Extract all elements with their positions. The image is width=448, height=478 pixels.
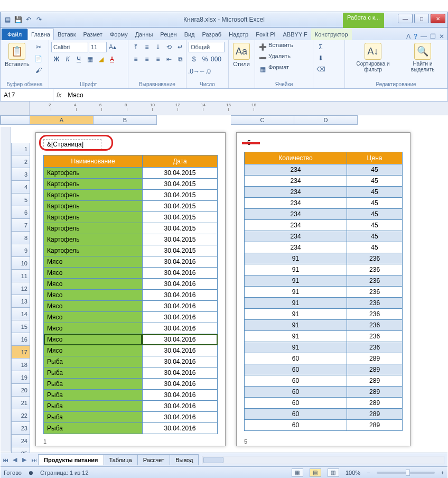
align-middle-icon[interactable]: ≡ [142, 42, 152, 52]
tab-главна[interactable]: Главна [27, 29, 54, 40]
name-box[interactable]: A17 [1, 89, 53, 101]
table-row[interactable]: Картофель30.04.2015 [44, 179, 218, 190]
table-row[interactable]: Мясо30.04.2016 [44, 334, 218, 345]
table-row[interactable]: 91236 [245, 253, 403, 264]
table-row[interactable]: Рыба30.04.2016 [44, 390, 218, 401]
table-row[interactable]: Рыба30.04.2016 [44, 401, 218, 412]
align-left-icon[interactable]: ≡ [130, 54, 141, 65]
autosum-icon[interactable]: Σ [315, 42, 326, 52]
table-row[interactable]: 23445 [245, 198, 403, 209]
tab-abbyy f[interactable]: ABBYY F [279, 29, 311, 40]
table-row[interactable]: 91236 [245, 309, 403, 320]
row-header-22[interactable]: 22 [11, 409, 30, 422]
table-row[interactable]: 60289 [245, 364, 403, 375]
sort-filter-button[interactable]: A↓ Сортировка и фильтр [347, 42, 399, 73]
table-row[interactable]: 60289 [245, 375, 403, 387]
increase-decimal-icon[interactable]: .0→ [189, 66, 199, 77]
table-row[interactable]: 91236 [245, 287, 403, 298]
table-row[interactable]: 91236 [245, 320, 403, 331]
cut-icon[interactable]: ✂ [33, 42, 44, 52]
decrease-indent-icon[interactable]: ⇤ [164, 54, 174, 65]
table-row[interactable]: 60289 [245, 420, 403, 431]
fill-icon[interactable]: ⬇ [315, 53, 326, 63]
sheet-nav-prev-icon[interactable]: ◀ [10, 456, 20, 463]
sheet-tab-3[interactable]: Вывод [170, 454, 199, 465]
align-center-icon[interactable]: ≡ [142, 54, 152, 65]
styles-button[interactable]: Aa Стили [231, 42, 252, 68]
row-header-20[interactable]: 20 [11, 384, 30, 397]
row-header-10[interactable]: 10 [11, 257, 30, 270]
minimize-button[interactable]: — [398, 14, 413, 23]
table-row[interactable]: Рыба30.04.2016 [44, 356, 218, 367]
redo-icon[interactable]: ↷ [34, 15, 44, 24]
wrap-text-icon[interactable]: ↵ [175, 42, 185, 52]
table-row[interactable]: Мясо30.04.2016 [44, 290, 218, 301]
bold-icon[interactable]: Ж [51, 54, 62, 65]
help-icon[interactable]: ? [414, 33, 417, 40]
italic-icon[interactable]: К [62, 54, 73, 65]
table-row[interactable]: 23445 [245, 187, 403, 198]
select-all-corner[interactable] [0, 102, 30, 115]
table-row[interactable]: 91236 [245, 331, 403, 342]
table-row[interactable]: Картофель30.04.2015 [44, 223, 218, 234]
row-header-19[interactable]: 19 [11, 371, 30, 384]
font-color-icon[interactable]: A [107, 54, 117, 65]
align-top-icon[interactable]: ⤒ [130, 42, 141, 52]
insert-cells-button[interactable]: ➕Вставить [257, 42, 293, 52]
increase-font-icon[interactable]: A▴ [107, 42, 118, 52]
row-header-23[interactable]: 23 [11, 422, 30, 435]
font-size-combo[interactable]: 11 [89, 42, 107, 52]
save-icon[interactable]: 💾 [13, 15, 23, 24]
clear-icon[interactable]: ⌫ [315, 64, 326, 75]
tab-разраб[interactable]: Разраб [199, 29, 226, 40]
merge-icon[interactable]: ⧉ [175, 54, 185, 65]
column-header-A[interactable]: A [30, 115, 94, 125]
table-row[interactable]: 91236 [245, 298, 403, 309]
sheet-tab-0[interactable]: Продукты питания [38, 454, 104, 465]
sheet-nav-next-icon[interactable]: ▶ [20, 456, 29, 463]
column-header-D[interactable]: D [294, 115, 358, 125]
find-select-button[interactable]: 🔍 Найти и выделить [400, 42, 445, 73]
fx-button[interactable]: fx [53, 91, 64, 99]
tab-file[interactable]: Файл [2, 29, 27, 40]
table-row[interactable]: Мясо30.04.2016 [44, 312, 218, 323]
table-row[interactable]: Мясо30.04.2016 [44, 279, 218, 290]
tab-вставк[interactable]: Вставк [54, 29, 80, 40]
column-header-B[interactable]: B [94, 115, 157, 125]
window-restore-icon[interactable]: ❐ [430, 33, 436, 40]
undo-icon[interactable]: ↶ [24, 15, 33, 24]
row-header-16[interactable]: 16 [11, 333, 30, 346]
table-row[interactable]: 23445 [245, 164, 403, 176]
row-header-7[interactable]: 7 [11, 219, 30, 232]
row-header-8[interactable]: 8 [11, 232, 30, 244]
table-row[interactable]: Картофель30.04.2015 [44, 168, 218, 179]
header-field-page-code[interactable]: &[Страница] [43, 139, 101, 150]
row-header-6[interactable]: 6 [11, 206, 30, 219]
tab-размет[interactable]: Размет [80, 29, 106, 40]
table-row[interactable]: Картофель30.04.2015 [44, 201, 218, 212]
number-format-combo[interactable]: Общий [189, 42, 225, 52]
table-row[interactable]: 91236 [245, 342, 403, 353]
data-table-left[interactable]: НаименованиеДатаКартофель30.04.2015Карто… [43, 155, 218, 434]
row-header-15[interactable]: 15 [11, 320, 30, 333]
table-row[interactable]: 23445 [245, 176, 403, 187]
row-header-2[interactable]: 2 [11, 155, 30, 168]
tab-надстр[interactable]: Надстр [225, 29, 252, 40]
table-row[interactable]: 23445 [245, 242, 403, 253]
maximize-button[interactable]: □ [414, 14, 429, 23]
row-header-18[interactable]: 18 [11, 358, 30, 371]
table-row[interactable]: 23445 [245, 209, 403, 220]
column-header-C[interactable]: C [231, 115, 294, 125]
close-button[interactable]: ✕ [431, 14, 445, 23]
font-name-combo[interactable]: Calibri [51, 42, 88, 52]
table-row[interactable]: 23445 [245, 220, 403, 231]
copy-icon[interactable]: 📄 [33, 53, 44, 64]
table-row[interactable]: Картофель30.04.2015 [44, 245, 218, 256]
macro-record-icon[interactable]: ⏺ [28, 470, 34, 476]
row-header-11[interactable]: 11 [11, 270, 30, 282]
table-row[interactable]: 60289 [245, 387, 403, 398]
view-page-layout-icon[interactable]: ▤ [310, 468, 321, 477]
table-row[interactable]: Мясо30.04.2016 [44, 323, 218, 334]
currency-icon[interactable]: $ [189, 54, 199, 65]
row-header-17[interactable]: 17 [11, 346, 30, 358]
